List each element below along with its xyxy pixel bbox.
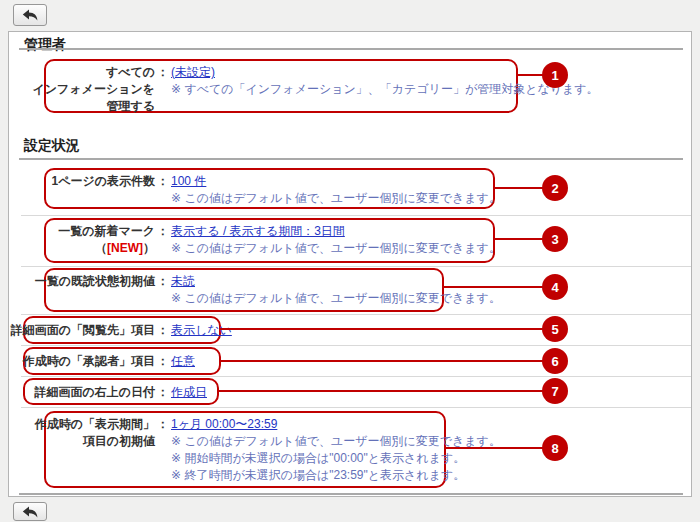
setting-note: ※ この値はデフォルト値で、ユーザー個別に変更できます。: [171, 290, 501, 307]
divider: [21, 215, 691, 216]
date-display-link[interactable]: 作成日: [171, 384, 207, 401]
divider: [19, 493, 683, 495]
annotation-circle-3: 3: [542, 226, 568, 252]
setting-note: ※ 終了時間が未選択の場合は"23:59"と表示されます。: [171, 467, 465, 484]
setting-label: 1ページの表示件数: [51, 173, 155, 190]
setting-label: すべての: [106, 64, 155, 81]
colon: ：: [155, 223, 171, 240]
setting-note: ※ 開始時間が未選択の場合は"00:00"と表示されます。: [171, 450, 465, 467]
colon: ：: [155, 322, 171, 339]
setting-label: 作成時の「表示期間」: [35, 416, 155, 433]
divider: [19, 158, 683, 160]
setting-note: ※ この値はデフォルト値で、ユーザー個別に変更できます。: [171, 190, 501, 207]
setting-label-new-mark: （[NEW]）: [95, 240, 155, 257]
setting-note: ※ すべての「インフォメーション」、「カテゴリー」が管理対象となります。: [171, 81, 599, 98]
colon: ：: [155, 353, 171, 370]
content-panel: 管理者 すべての インフォメーションを 管理する ： (未設定) ※ すべての「…: [8, 31, 692, 497]
setting-row-display-period: 作成時の「表示期間」 項目の初期値 ： 1ヶ月 00:00〜23:59 ※ この…: [44, 411, 446, 488]
colon: ：: [155, 416, 171, 433]
divider: [21, 266, 691, 267]
annotation-circle-8: 8: [542, 435, 568, 461]
setting-row-new-mark: 一覧の新着マーク （[NEW]） ： 表示する / 表示する期間：3日間 ※ こ…: [44, 218, 495, 263]
annotation-line-4: [443, 286, 547, 288]
divider: [21, 345, 691, 346]
back-arrow-icon: [22, 506, 38, 518]
annotation-line-2: [494, 187, 547, 189]
annotation-circle-1: 1: [542, 62, 568, 88]
colon: ：: [155, 64, 171, 81]
setting-row-viewers-field: 詳細画面の「閲覧先」項目 ： 表示しない: [23, 316, 221, 344]
approver-field-link[interactable]: 任意: [171, 353, 195, 370]
annotation-circle-6: 6: [542, 348, 568, 374]
setting-label: 一覧の既読状態初期値: [35, 273, 155, 290]
setting-row-admin-target: すべての インフォメーションを 管理する ： (未設定) ※ すべての「インフォ…: [44, 59, 518, 113]
back-button-top[interactable]: [13, 4, 47, 26]
annotation-line-3: [494, 238, 547, 240]
colon: ：: [155, 273, 171, 290]
back-button-bottom[interactable]: [13, 502, 47, 521]
annotation-line-7: [218, 390, 547, 392]
setting-note: ※ この値はデフォルト値で、ユーザー個別に変更できます。: [171, 240, 501, 257]
divider: [21, 407, 691, 408]
annotation-circle-4: 4: [542, 274, 568, 300]
annotation-line-6: [220, 360, 547, 362]
annotation-line-5: [220, 328, 547, 330]
annotation-circle-2: 2: [542, 175, 568, 201]
setting-label: 詳細画面の右上の日付: [34, 384, 155, 401]
viewers-field-link[interactable]: 表示しない: [171, 322, 232, 339]
setting-label: 項目の初期値: [83, 433, 155, 450]
divider: [21, 314, 691, 315]
setting-row-approver-field: 作成時の「承認者」項目 ： 任意: [23, 347, 221, 375]
setting-label: 詳細画面の「閲覧先」項目: [11, 322, 155, 339]
setting-row-date-display: 詳細画面の右上の日付 ： 作成日: [23, 378, 219, 405]
colon: ：: [155, 173, 171, 190]
admin-settings-screen: 管理者 すべての インフォメーションを 管理する ： (未設定) ※ すべての「…: [0, 0, 700, 522]
setting-label: インフォメーションを: [32, 81, 155, 98]
setting-label: 作成時の「承認者」項目: [23, 353, 155, 370]
display-period-link[interactable]: 1ヶ月 00:00〜23:59: [171, 416, 277, 433]
colon: ：: [155, 384, 171, 401]
divider: [19, 48, 683, 50]
section-title-admin: 管理者: [24, 36, 66, 54]
annotation-circle-5: 5: [542, 316, 568, 342]
new-mark-link[interactable]: 表示する / 表示する期間：3日間: [171, 223, 345, 240]
new-badge-sample: [NEW]: [107, 241, 143, 255]
page-size-link[interactable]: 100 件: [171, 173, 206, 190]
divider: [21, 376, 691, 377]
section-title-status: 設定状況: [24, 137, 80, 155]
admin-target-link[interactable]: (未設定): [171, 64, 215, 81]
setting-label: 一覧の新着マーク: [58, 223, 155, 240]
back-arrow-icon: [22, 9, 38, 21]
annotation-circle-7: 7: [542, 378, 568, 404]
annotation-line-8: [445, 447, 547, 449]
setting-label: 管理する: [106, 98, 155, 115]
setting-row-unread-default: 一覧の既読状態初期値 ： 未読 ※ この値はデフォルト値で、ユーザー個別に変更で…: [44, 268, 444, 312]
unread-default-link[interactable]: 未読: [171, 273, 195, 290]
setting-row-page-size: 1ページの表示件数 ： 100 件 ※ この値はデフォルト値で、ユーザー個別に変…: [44, 168, 495, 209]
